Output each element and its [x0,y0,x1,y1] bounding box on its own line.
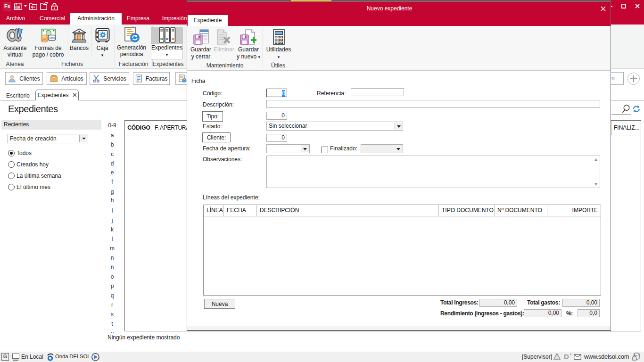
svg-text:VISA: VISA [49,36,56,39]
